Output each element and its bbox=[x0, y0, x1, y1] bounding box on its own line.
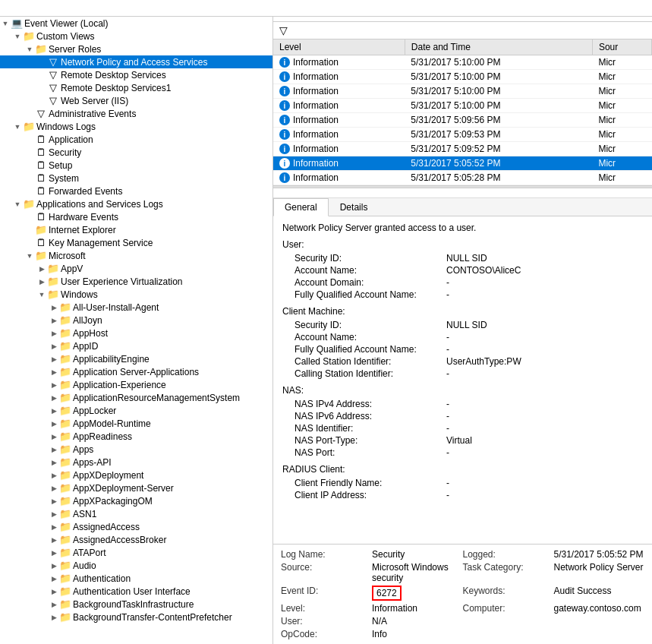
tree-item-appmodel-runtime[interactable]: ▶📁AppModel-Runtime bbox=[0, 417, 272, 430]
detail-panel: GeneralDetails Network Policy Server gra… bbox=[273, 188, 652, 644]
tree-item-security[interactable]: 🗒Security bbox=[0, 146, 272, 159]
task-category-label: Task Category: bbox=[463, 562, 554, 583]
cell-datetime: 5/31/2017 5:09:56 PM bbox=[405, 113, 592, 128]
tree-item-system[interactable]: 🗒System bbox=[0, 172, 272, 185]
tree-item-user-exp-virt[interactable]: ▶📁User Experience Virtualization bbox=[0, 275, 272, 288]
tree-item-auth-user-interface[interactable]: ▶📁Authentication User Interface bbox=[0, 585, 272, 598]
cell-source: Micr bbox=[592, 171, 651, 185]
tree-label: Apps-API bbox=[71, 457, 112, 468]
cell-source: Micr bbox=[592, 128, 651, 142]
info-icon: i bbox=[279, 86, 290, 96]
tree-item-event-viewer[interactable]: ▼💻Event Viewer (Local) bbox=[0, 17, 272, 30]
table-row[interactable]: iInformation5/31/2017 5:10:00 PMMicr bbox=[273, 99, 652, 113]
col-datetime: Date and Time bbox=[405, 39, 592, 55]
tree-icon: 📁 bbox=[59, 495, 71, 507]
tree-item-apphost[interactable]: ▶📁AppHost bbox=[0, 327, 272, 339]
tree-label: ApplicationResourceManagementSystem bbox=[71, 393, 240, 403]
tree-item-microsoft[interactable]: ▼📁Microsoft bbox=[0, 249, 272, 262]
detail-tab-details[interactable]: Details bbox=[329, 198, 380, 216]
table-row[interactable]: iInformation5/31/2017 5:10:00 PMMicr bbox=[273, 55, 652, 70]
tree-icon: 📁 bbox=[23, 198, 35, 210]
tree-item-applicability-engine[interactable]: ▶📁ApplicabilityEngine bbox=[0, 352, 272, 365]
tree-item-appxdeployment-server[interactable]: ▶📁AppXDeployment-Server bbox=[0, 481, 272, 494]
field-value: Virtual bbox=[446, 435, 643, 446]
level-text: Information bbox=[293, 115, 339, 125]
tree-arrow: ▼ bbox=[24, 252, 35, 260]
tree-item-web-server[interactable]: ▽Web Server (IIS) bbox=[0, 94, 272, 107]
logged-value: 5/31/2017 5:05:52 PM bbox=[554, 549, 645, 560]
tree-item-internet-explorer[interactable]: 📁Internet Explorer bbox=[0, 223, 272, 236]
tree-item-app-resource-mgmt[interactable]: ▶📁ApplicationResourceManagementSystem bbox=[0, 391, 272, 404]
tree-item-appxpackagingom[interactable]: ▶📁AppXPackagingOM bbox=[0, 494, 272, 507]
level-value: Information bbox=[372, 603, 463, 614]
level-text: Information bbox=[293, 144, 339, 154]
tree-arrow: ▶ bbox=[49, 497, 59, 505]
tree-item-audio[interactable]: ▶📁Audio bbox=[0, 559, 272, 572]
opcode-value: Info bbox=[372, 629, 463, 639]
tree-item-windows-logs[interactable]: ▼📁Windows Logs bbox=[0, 120, 272, 133]
tree-item-assigned-access[interactable]: ▶📁AssignedAccess bbox=[0, 520, 272, 533]
tree-icon: 📁 bbox=[59, 456, 71, 468]
tree-icon: 🗒 bbox=[35, 172, 47, 184]
tree-item-forwarded-events[interactable]: 🗒Forwarded Events bbox=[0, 185, 272, 197]
table-row[interactable]: iInformation5/31/2017 5:05:52 PMMicr bbox=[273, 156, 652, 171]
tree-item-apps[interactable]: ▶📁Apps bbox=[0, 443, 272, 456]
tree-item-appv[interactable]: ▶📁AppV bbox=[0, 262, 272, 275]
tree-item-background-task[interactable]: ▶📁BackgroundTaskInfrastructure bbox=[0, 598, 272, 611]
cell-level: iInformation bbox=[273, 128, 405, 142]
field-value: - bbox=[446, 447, 643, 458]
tree-item-windows[interactable]: ▼📁Windows bbox=[0, 288, 272, 301]
tree-item-custom-views[interactable]: ▼📁Custom Views bbox=[0, 30, 272, 43]
tree-item-appxdeployment[interactable]: ▶📁AppXDeployment bbox=[0, 469, 272, 481]
tree-icon: 📁 bbox=[23, 30, 35, 42]
tree-item-app-server-apps[interactable]: ▶📁Application Server-Applications bbox=[0, 365, 272, 378]
tree-label: Windows bbox=[59, 289, 98, 300]
tree-item-ataport[interactable]: ▶📁ATAPort bbox=[0, 546, 272, 559]
table-row[interactable]: iInformation5/31/2017 5:09:52 PMMicr bbox=[273, 142, 652, 156]
tree-item-remote-desktop[interactable]: ▽Remote Desktop Services bbox=[0, 68, 272, 81]
tree-item-assigned-access-broker[interactable]: ▶📁AssignedAccessBroker bbox=[0, 533, 272, 546]
field-value: - bbox=[446, 411, 643, 421]
section-grid: Security ID:NULL SIDAccount Name:-Fully … bbox=[295, 320, 643, 379]
tree-label: Application-Experience bbox=[71, 380, 166, 390]
tree-item-remote-desktop1[interactable]: ▽Remote Desktop Services1 bbox=[0, 81, 272, 94]
tree-item-authentication[interactable]: ▶📁Authentication bbox=[0, 572, 272, 585]
tree-label: ApplicabilityEngine bbox=[71, 354, 150, 365]
tree-item-np-access[interactable]: ▽Network Policy and Access Services bbox=[0, 55, 272, 68]
tree-icon: 📁 bbox=[59, 598, 71, 610]
section-title: Client Machine: bbox=[282, 306, 643, 317]
table-row[interactable]: iInformation5/31/2017 5:09:53 PMMicr bbox=[273, 128, 652, 142]
tree-item-all-user-install[interactable]: ▶📁All-User-Install-Agent bbox=[0, 301, 272, 314]
table-row[interactable]: iInformation5/31/2017 5:10:00 PMMicr bbox=[273, 70, 652, 84]
tree-item-admin-events[interactable]: ▽Administrative Events bbox=[0, 107, 272, 120]
tree-item-apps-services-logs[interactable]: ▼📁Applications and Services Logs bbox=[0, 197, 272, 210]
tree-item-alljoyn[interactable]: ▶📁AllJoyn bbox=[0, 314, 272, 327]
tree-item-setup[interactable]: 🗒Setup bbox=[0, 159, 272, 172]
tree-icon: 📁 bbox=[47, 289, 59, 300]
tree-item-background-transfer[interactable]: ▶📁BackgroundTransfer-ContentPrefetcher bbox=[0, 611, 272, 623]
tree-label: Application Server-Applications bbox=[71, 367, 199, 377]
tree-icon: 📁 bbox=[59, 392, 71, 403]
tree-arrow: ▼ bbox=[36, 291, 47, 298]
tree-item-appLocker[interactable]: ▶📁AppLocker bbox=[0, 404, 272, 417]
tree-item-key-management[interactable]: 🗒Key Management Service bbox=[0, 236, 272, 249]
field-label: NAS Identifier: bbox=[295, 423, 446, 434]
tree-item-apps-api[interactable]: ▶📁Apps-API bbox=[0, 456, 272, 469]
tree-item-asn1[interactable]: ▶📁ASN1 bbox=[0, 507, 272, 520]
tree-item-app-experience[interactable]: ▶📁Application-Experience bbox=[0, 378, 272, 391]
detail-tab-general[interactable]: General bbox=[273, 198, 329, 216]
tree-item-application[interactable]: 🗒Application bbox=[0, 133, 272, 146]
tree-label: AppXDeployment bbox=[71, 470, 143, 481]
tree-icon: 📁 bbox=[59, 586, 71, 597]
tree-label: AppReadiness bbox=[71, 431, 132, 442]
cell-datetime: 5/31/2017 5:10:00 PM bbox=[405, 84, 592, 99]
table-row[interactable]: iInformation5/31/2017 5:10:00 PMMicr bbox=[273, 84, 652, 99]
computer-label: Computer: bbox=[463, 603, 554, 614]
table-row[interactable]: iInformation5/31/2017 5:09:56 PMMicr bbox=[273, 113, 652, 128]
tree-item-hardware-events[interactable]: 🗒Hardware Events bbox=[0, 210, 272, 223]
tree-item-appreadiness[interactable]: ▶📁AppReadiness bbox=[0, 430, 272, 443]
table-row[interactable]: iInformation5/31/2017 5:05:28 PMMicr bbox=[273, 171, 652, 185]
tree-item-server-roles[interactable]: ▼📁Server Roles bbox=[0, 43, 272, 55]
tree-item-appid[interactable]: ▶📁AppID bbox=[0, 339, 272, 352]
cell-source: Micr bbox=[592, 113, 651, 128]
